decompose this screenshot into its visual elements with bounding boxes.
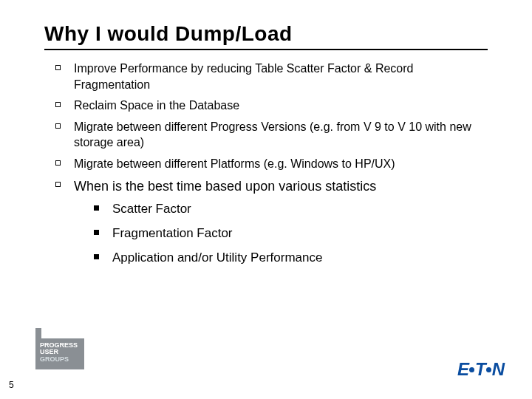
- progress-user-groups-badge: PROGRESS USER GROUPS: [35, 338, 84, 369]
- eaton-logo-text: N: [492, 359, 504, 380]
- page-number: 5: [9, 380, 14, 390]
- dot-icon: [486, 367, 491, 372]
- title-area: Why I would Dump/Load: [0, 0, 532, 50]
- bullet-text: Improve Performance by reducing Table Sc…: [74, 61, 488, 92]
- bullet-text: When is the best time based upon various…: [74, 177, 376, 196]
- hollow-square-icon: [55, 65, 61, 70]
- hollow-square-icon: [55, 102, 61, 107]
- eaton-logo-text: E: [457, 359, 468, 380]
- sub-bullet-item: Scatter Factor: [94, 201, 488, 218]
- filled-square-icon: [94, 254, 99, 259]
- bullet-text: Reclaim Space in the Database: [74, 98, 239, 114]
- sub-bullet-item: Fragmentation Factor: [94, 225, 488, 242]
- bullet-item: Reclaim Space in the Database: [55, 98, 488, 114]
- bullet-item: Improve Performance by reducing Table Sc…: [55, 61, 488, 92]
- content-area: Improve Performance by reducing Table Sc…: [0, 50, 532, 267]
- slide-title: Why I would Dump/Load: [44, 22, 488, 50]
- eaton-logo: E T N: [457, 359, 504, 380]
- bullet-text: Migrate between different Platforms (e.g…: [74, 156, 395, 172]
- bullet-text: Migrate between different Progress Versi…: [74, 119, 488, 151]
- sub-bullet-text: Application and/or Utility Performance: [112, 250, 322, 267]
- sub-bullet-text: Scatter Factor: [112, 201, 191, 218]
- dot-icon: [469, 367, 474, 372]
- hollow-square-icon: [55, 123, 61, 129]
- sub-bullet-list: Scatter Factor Fragmentation Factor Appl…: [55, 201, 488, 267]
- bullet-item: Migrate between different Progress Versi…: [55, 119, 488, 151]
- bullet-item: When is the best time based upon various…: [55, 177, 488, 196]
- sub-bullet-text: Fragmentation Factor: [112, 225, 233, 242]
- eaton-logo-text: T: [475, 359, 485, 380]
- slide: Why I would Dump/Load Improve Performanc…: [0, 0, 532, 399]
- sub-bullet-item: Application and/or Utility Performance: [94, 250, 488, 267]
- hollow-square-icon: [55, 160, 61, 166]
- hollow-square-icon: [55, 182, 61, 187]
- filled-square-icon: [94, 230, 99, 235]
- bullet-item: Migrate between different Platforms (e.g…: [55, 156, 488, 172]
- filled-square-icon: [94, 205, 99, 211]
- pug-line: GROUPS: [40, 356, 80, 363]
